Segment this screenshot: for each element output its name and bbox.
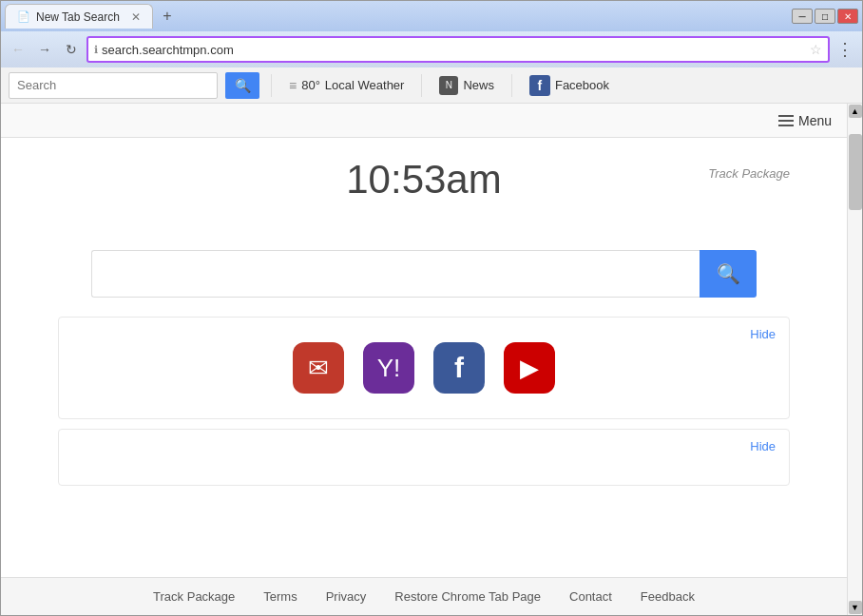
track-package-top-link[interactable]: Track Package <box>708 166 790 181</box>
close-button[interactable]: ✕ <box>837 9 858 24</box>
toolbar-search-button[interactable]: 🔍 <box>225 72 259 99</box>
news-label: News <box>463 78 494 92</box>
time-section: 10:53am Track Package <box>1 138 847 212</box>
hide-second-button[interactable]: Hide <box>750 439 776 453</box>
tab-page-icon: 📄 <box>17 10 30 23</box>
toolbar-separator-3 <box>511 74 512 97</box>
footer: Track Package Terms Privacy Restore Chro… <box>1 577 847 615</box>
menu-lines-icon <box>778 115 794 126</box>
terms-footer-link[interactable]: Terms <box>263 589 297 604</box>
toolbar-search-icon: 🔍 <box>235 78 251 93</box>
back-button[interactable]: ← <box>7 38 29 61</box>
facebook-toolbar-item[interactable]: f Facebook <box>524 72 615 99</box>
content-topbar: Menu <box>1 104 847 138</box>
track-package-footer-link[interactable]: Track Package <box>153 589 235 604</box>
apps-section: Hide ✉ Y! f ▶ <box>58 317 790 419</box>
news-toolbar-item[interactable]: N News <box>433 72 500 99</box>
bookmark-star-icon[interactable]: ☆ <box>810 42 822 57</box>
hamburger-menu-button[interactable]: Menu <box>778 113 832 128</box>
menu-label: Menu <box>798 113 832 128</box>
hide-apps-button[interactable]: Hide <box>750 327 776 341</box>
browser-toolbar: 🔍 ≡ 80° Local Weather N News f Facebook <box>1 67 862 104</box>
main-search-button[interactable]: 🔍 <box>700 250 757 298</box>
address-bar-wrapper[interactable]: ℹ ☆ <box>86 36 830 63</box>
weather-lines-icon: ≡ <box>289 78 297 93</box>
main-search-icon: 🔍 <box>717 262 740 285</box>
toolbar-separator-2 <box>421 74 422 97</box>
news-icon: N <box>439 76 458 95</box>
main-content: Menu 10:53am Track Package 🔍 Hide <box>1 104 847 615</box>
content-wrapper: Menu 10:53am Track Package 🔍 Hide <box>1 104 862 615</box>
vertical-scrollbar[interactable]: ▲ ▼ <box>847 104 862 615</box>
scroll-up-button[interactable]: ▲ <box>849 105 862 118</box>
browser-window: 📄 New Tab Search ✕ + ─ □ ✕ ← → ↻ ℹ ☆ <box>0 0 863 616</box>
tab-close-btn[interactable]: ✕ <box>131 10 141 24</box>
yahoo-app-icon[interactable]: Y! <box>363 342 414 394</box>
scroll-down-button[interactable]: ▼ <box>849 601 862 614</box>
main-search-inner: 🔍 <box>91 250 757 298</box>
forward-button[interactable]: → <box>33 38 56 61</box>
main-search-input[interactable] <box>91 250 700 298</box>
window-controls: ─ □ ✕ <box>792 9 858 24</box>
youtube-app-icon[interactable]: ▶ <box>504 342 555 394</box>
apps-row: ✉ Y! f ▶ <box>74 333 774 403</box>
feedback-footer-link[interactable]: Feedback <box>641 589 695 604</box>
titlebar-left: 📄 New Tab Search ✕ + <box>5 4 788 29</box>
address-info-icon: ℹ <box>94 44 98 56</box>
privacy-footer-link[interactable]: Privacy <box>326 589 367 604</box>
browser-tab[interactable]: 📄 New Tab Search ✕ <box>5 4 153 29</box>
mail-app-icon[interactable]: ✉ <box>293 342 344 394</box>
chrome-menu-button[interactable]: ⋮ <box>834 38 856 61</box>
facebook-label: Facebook <box>555 78 609 92</box>
maximize-button[interactable]: □ <box>815 9 835 24</box>
navbar: ← → ↻ ℹ ☆ ⋮ <box>1 31 862 67</box>
toolbar-search-input[interactable] <box>17 78 169 92</box>
new-tab-button[interactable]: + <box>157 6 178 27</box>
scroll-thumb[interactable] <box>849 134 862 210</box>
facebook-app-icon[interactable]: f <box>433 342 485 394</box>
restore-chrome-footer-link[interactable]: Restore Chrome Tab Page <box>394 589 541 604</box>
tab-title: New Tab Search <box>36 10 120 24</box>
facebook-icon: f <box>529 75 550 96</box>
weather-temp: 80° <box>301 78 320 92</box>
titlebar: 📄 New Tab Search ✕ + ─ □ ✕ <box>1 1 862 31</box>
address-input[interactable] <box>102 43 802 57</box>
contact-footer-link[interactable]: Contact <box>569 589 612 604</box>
minimize-button[interactable]: ─ <box>792 9 813 24</box>
second-section: Hide <box>58 429 790 486</box>
toolbar-separator <box>271 74 272 97</box>
weather-toolbar-item[interactable]: ≡ 80° Local Weather <box>283 72 410 99</box>
main-search-section: 🔍 <box>1 212 847 317</box>
toolbar-search-box[interactable] <box>9 72 218 99</box>
weather-label: Local Weather <box>325 78 405 92</box>
refresh-button[interactable]: ↻ <box>60 38 83 61</box>
